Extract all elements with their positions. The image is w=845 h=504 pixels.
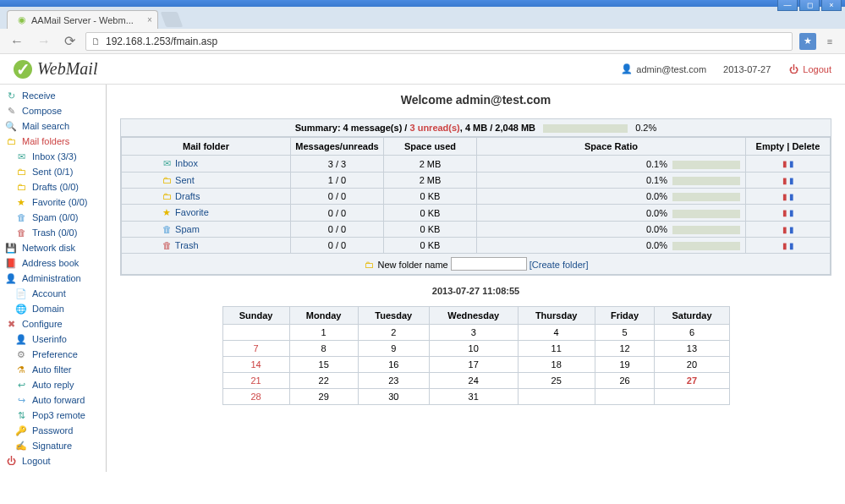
calendar-cell[interactable]: 29 — [289, 389, 358, 405]
sidebar-domain[interactable]: 🌐Domain — [0, 301, 106, 316]
calendar-cell[interactable]: 2 — [358, 325, 429, 341]
sidebar-mail-search[interactable]: 🔍Mail search — [0, 118, 106, 134]
empty-icon[interactable]: ▮ — [782, 225, 787, 234]
sidebar-administration[interactable]: 👤Administration — [0, 271, 106, 286]
calendar-cell[interactable]: 6 — [655, 325, 729, 341]
sidebar-network-disk[interactable]: 💾Network disk — [0, 240, 106, 255]
delete-icon[interactable]: ▮ — [789, 176, 794, 185]
calendar-cell[interactable]: 20 — [655, 357, 729, 373]
folder-link[interactable]: Sent — [175, 175, 195, 185]
calendar-cell[interactable]: 12 — [595, 341, 655, 357]
sidebar-logout[interactable]: ⏻Logout — [0, 453, 106, 468]
calendar-cell[interactable]: 21 — [222, 373, 289, 389]
calendar-cell[interactable]: 1 — [289, 325, 358, 341]
folder-link[interactable]: Trash — [175, 240, 199, 250]
header-logout-link[interactable]: ⏻ Logout — [787, 64, 831, 74]
empty-icon[interactable]: ▮ — [782, 208, 787, 217]
sidebar-pop3-remote[interactable]: ⇅Pop3 remote — [0, 408, 106, 423]
sidebar-userinfo[interactable]: 👤Userinfo — [0, 331, 106, 347]
sidebar-favorite[interactable]: ★Favorite (0/0) — [0, 194, 106, 210]
empty-icon[interactable]: ▮ — [782, 176, 787, 185]
folder-link[interactable]: Drafts — [175, 191, 200, 201]
forward-button[interactable]: → — [34, 34, 54, 49]
sidebar-trash[interactable]: 🗑Trash (0/0) — [0, 225, 106, 240]
sidebar-auto-filter[interactable]: ⚗Auto filter — [0, 362, 106, 377]
minimize-button[interactable]: — — [777, 0, 798, 11]
bookmark-button[interactable]: ★ — [799, 33, 816, 50]
sidebar-inbox[interactable]: ✉Inbox (3/3) — [0, 149, 106, 164]
empty-icon[interactable]: ▮ — [782, 241, 787, 250]
calendar-cell[interactable]: 5 — [595, 325, 655, 341]
calendar-cell[interactable]: 7 — [222, 341, 289, 357]
calendar-day-header: Monday — [289, 307, 358, 325]
calendar-cell[interactable]: 4 — [518, 325, 595, 341]
new-tab-button[interactable] — [161, 12, 184, 27]
sidebar-drafts[interactable]: 🗀Drafts (0/0) — [0, 179, 106, 194]
calendar-cell[interactable]: 24 — [429, 373, 518, 389]
create-folder-link[interactable]: [Create folder] — [529, 260, 589, 270]
sidebar-sent[interactable]: 🗀Sent (0/1) — [0, 164, 106, 179]
calendar-cell[interactable]: 13 — [655, 341, 729, 357]
calendar-cell[interactable]: 22 — [289, 373, 358, 389]
folder-link[interactable]: Favorite — [175, 207, 209, 217]
calendar-cell[interactable]: 14 — [222, 357, 289, 373]
delete-icon[interactable]: ▮ — [789, 241, 794, 250]
calendar-cell[interactable]: 30 — [358, 389, 429, 405]
empty-icon[interactable]: ▮ — [782, 159, 787, 168]
calendar-cell[interactable]: 8 — [289, 341, 358, 357]
sidebar-account[interactable]: 📄Account — [0, 286, 106, 301]
menu-button[interactable]: ≡ — [821, 33, 838, 50]
delete-icon[interactable]: ▮ — [789, 225, 794, 234]
folder-actions: ▮▮ — [746, 189, 831, 205]
sidebar-signature[interactable]: ✍Signature — [0, 438, 106, 453]
sidebar-receive[interactable]: ↻Receive — [0, 88, 106, 103]
close-button[interactable]: × — [821, 0, 842, 11]
calendar-cell[interactable]: 23 — [358, 373, 429, 389]
new-folder-input[interactable] — [451, 257, 527, 271]
back-button[interactable]: ← — [7, 34, 27, 49]
sidebar-label: Favorite (0/0) — [32, 197, 87, 207]
calendar-cell[interactable]: 27 — [655, 373, 729, 389]
browser-tab[interactable]: ◉ AAMail Server - Webm... × — [7, 10, 158, 29]
delete-icon[interactable]: ▮ — [789, 208, 794, 217]
calendar-cell[interactable]: 9 — [358, 341, 429, 357]
calendar-cell[interactable]: 28 — [222, 389, 289, 405]
calendar-cell[interactable]: 3 — [429, 325, 518, 341]
calendar-cell[interactable] — [518, 389, 595, 405]
sidebar-configure[interactable]: ✖Configure — [0, 316, 106, 331]
sidebar-password[interactable]: 🔑Password — [0, 423, 106, 438]
calendar-cell[interactable]: 18 — [518, 357, 595, 373]
delete-icon[interactable]: ▮ — [789, 159, 794, 168]
sidebar-auto-reply[interactable]: ↩Auto reply — [0, 377, 106, 392]
calendar-cell[interactable]: 11 — [518, 341, 595, 357]
sidebar-preference[interactable]: ⚙Preference — [0, 347, 106, 362]
calendar-cell[interactable]: 10 — [429, 341, 518, 357]
calendar-cell[interactable] — [595, 389, 655, 405]
calendar-cell[interactable]: 25 — [518, 373, 595, 389]
maximize-button[interactable]: ◻ — [799, 0, 820, 11]
sidebar-spam[interactable]: 🗑Spam (0/0) — [0, 210, 106, 225]
sidebar-auto-forward[interactable]: ↪Auto forward — [0, 392, 106, 408]
calendar-cell[interactable] — [655, 389, 729, 405]
header-date: 2013-07-27 — [723, 64, 771, 74]
calendar-cell[interactable] — [222, 325, 289, 341]
sidebar-address-book[interactable]: 📕Address book — [0, 255, 106, 271]
tab-close-icon[interactable]: × — [147, 15, 152, 25]
folder-link[interactable]: Spam — [175, 224, 200, 234]
calendar-cell[interactable]: 16 — [358, 357, 429, 373]
folder-link[interactable]: Inbox — [175, 158, 198, 168]
calendar-cell[interactable]: 26 — [595, 373, 655, 389]
calendar-cell[interactable]: 31 — [429, 389, 518, 405]
sidebar-mail-folders[interactable]: 🗀Mail folders — [0, 134, 106, 149]
sidebar-compose[interactable]: ✎Compose — [0, 103, 106, 118]
folder-row: ★ Favorite0 / 00 KB0.0%▮▮ — [122, 205, 831, 222]
reload-button[interactable]: ⟳ — [61, 33, 79, 49]
empty-icon[interactable]: ▮ — [782, 192, 787, 201]
calendar-cell[interactable]: 17 — [429, 357, 518, 373]
page-icon: 🗋 — [91, 36, 101, 47]
address-bar[interactable]: 🗋 192.168.1.253/fmain.asp — [85, 32, 793, 51]
account-icon: 📄 — [15, 288, 27, 299]
calendar-cell[interactable]: 19 — [595, 357, 655, 373]
delete-icon[interactable]: ▮ — [789, 192, 794, 201]
calendar-cell[interactable]: 15 — [289, 357, 358, 373]
